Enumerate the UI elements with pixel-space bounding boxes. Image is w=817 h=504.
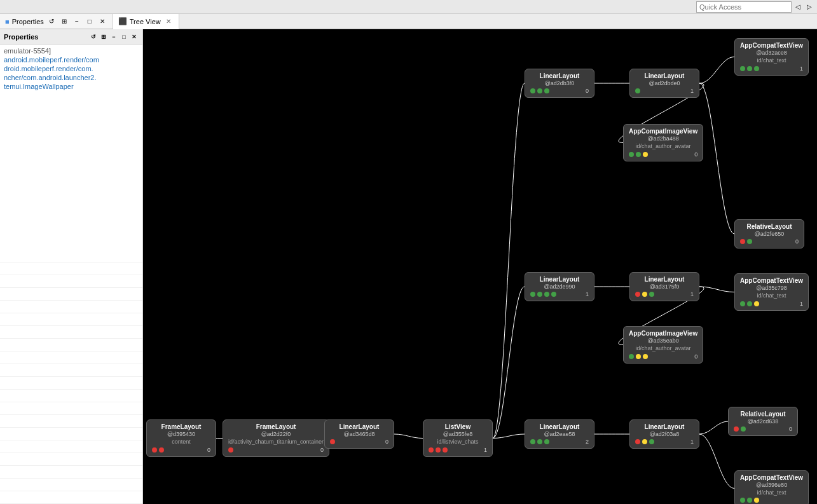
tab-treeview-close[interactable]: ✕ (163, 17, 174, 27)
tab-bar: ■ Properties ↺ ⊞ − □ ✕ ⬛ Tree View ✕ (0, 14, 817, 29)
node-count: 2 (586, 439, 589, 445)
node-dots (734, 426, 746, 432)
node-count: 0 (795, 238, 799, 245)
toolbar-icon-2[interactable]: ▷ (804, 2, 814, 12)
node-dots (740, 301, 759, 306)
node-footer (740, 498, 803, 503)
node-footer: 0 (629, 353, 697, 360)
node-count: 1 (690, 88, 694, 94)
node-addr: @ad3465d8 (330, 431, 388, 437)
node-dots (530, 292, 556, 297)
left-row-6 (0, 313, 142, 326)
left-row-4 (0, 288, 142, 301)
left-row-3 (0, 275, 142, 288)
node-title: AppCompatTextView (740, 277, 803, 284)
node-count: 0 (207, 447, 210, 453)
node-title: LinearLayout (635, 72, 694, 79)
node-count: 1 (690, 291, 694, 297)
node-title: LinearLayout (635, 423, 694, 430)
tab-properties-refresh[interactable]: ↺ (46, 17, 57, 27)
node-addr: @ad396e80 (740, 482, 803, 488)
node-count: 0 (694, 353, 697, 360)
node-addr: @ad3175f0 (635, 283, 694, 290)
node-card[interactable]: LinearLayout @ad2f03a8 1 (629, 419, 699, 449)
left-row-19 (0, 479, 142, 491)
node-addr: @ad2db3f0 (530, 80, 589, 86)
node-title: AppCompatTextView (740, 474, 803, 481)
node-title: FrameLayout (228, 423, 324, 430)
prop-icon-4[interactable]: □ (120, 32, 128, 41)
left-rows (0, 250, 142, 504)
node-card[interactable]: LinearLayout @ad3175f0 1 (629, 272, 699, 301)
node-footer: 0 (228, 447, 324, 453)
left-row-11 (0, 377, 142, 390)
node-footer: 0 (734, 426, 792, 432)
left-row-17 (0, 453, 142, 466)
toolbar-icon-1[interactable]: ◁ (793, 2, 803, 12)
node-title: LinearLayout (530, 423, 589, 430)
node-title: LinearLayout (635, 276, 694, 283)
node-title: AppCompatImageView (629, 128, 697, 135)
node-card[interactable]: AppCompatTextView @ad32ace8 id/chat_text… (734, 38, 809, 76)
node-card[interactable]: LinearLayout @ad2db3f0 0 (525, 69, 594, 98)
node-dots (530, 88, 549, 93)
node-count: 0 (694, 151, 697, 158)
quick-access-input[interactable] (696, 1, 792, 13)
path-item-3[interactable]: temui.ImageWallpaper (4, 83, 139, 90)
node-count: 0 (789, 426, 792, 432)
properties-icons: ↺ ⊞ − □ ✕ (89, 32, 139, 41)
node-title: LinearLayout (330, 423, 388, 430)
node-dots (635, 439, 654, 444)
node-addr: @ad2dbde0 (635, 80, 694, 86)
node-card[interactable]: LinearLayout @ad3465d8 0 (324, 419, 394, 449)
node-card[interactable]: ListView @ad355fe8 id/listview_chats 1 (423, 419, 493, 457)
node-footer: 1 (635, 291, 694, 297)
node-card[interactable]: LinearLayout @ad2de990 1 (525, 272, 594, 301)
path-item-1[interactable]: droid.mobileperf.render/com. (4, 65, 139, 72)
node-card[interactable]: RelativeLayout @ad2cd638 0 (728, 407, 798, 436)
tab-properties-close[interactable]: ✕ (97, 17, 107, 27)
node-card[interactable]: RelativeLayout @ad2fe650 0 (734, 219, 804, 249)
prop-icon-2[interactable]: ⊞ (99, 32, 108, 41)
tree-canvas[interactable]: FrameLayout @d395430 content 0 FrameLayo… (143, 29, 817, 504)
node-card[interactable]: FrameLayout @ad2d22f0 id/activity_chatum… (223, 419, 329, 457)
node-card[interactable]: LinearLayout @ad2dbde0 1 (629, 69, 699, 98)
node-count: 1 (690, 439, 694, 445)
path-item-2[interactable]: ncher/com.android.launcher2. (4, 74, 139, 81)
prop-icon-3[interactable]: − (109, 32, 118, 41)
node-card[interactable]: AppCompatImageView @ad2ba488 id/chat_aut… (623, 124, 703, 161)
tab-properties[interactable]: ■ Properties ↺ ⊞ − □ ✕ (0, 14, 113, 29)
node-dots (152, 447, 164, 453)
tab-properties-max[interactable]: □ (85, 17, 95, 27)
node-addr: @ad355fe8 (429, 431, 487, 437)
node-count: 1 (800, 65, 803, 72)
tab-properties-label: Properties (12, 18, 44, 25)
node-dots (740, 239, 752, 244)
node-card[interactable]: AppCompatTextView @ad396e80 id/chat_text (734, 470, 809, 504)
top-toolbar: ◁ ▷ (0, 0, 817, 14)
treeview-tab-icon: ⬛ (118, 17, 127, 25)
node-card[interactable]: FrameLayout @d395430 content 0 (146, 419, 216, 457)
path-item-0[interactable]: android.mobileperf.render/com (4, 56, 139, 64)
node-title: AppCompatImageView (629, 330, 697, 337)
node-card[interactable]: LinearLayout @ad2eae58 2 (525, 419, 594, 449)
node-id: id/chat_text (740, 292, 803, 299)
node-footer: 0 (152, 447, 210, 453)
node-card[interactable]: AppCompatTextView @ad35c798 id/chat_text… (734, 273, 809, 311)
node-addr: @ad2f03a8 (635, 431, 694, 437)
tab-properties-icon2[interactable]: ⊞ (59, 17, 69, 27)
node-dots (330, 439, 335, 444)
left-row-12 (0, 390, 142, 402)
node-dots (228, 447, 233, 453)
left-row-10 (0, 364, 142, 377)
left-row-5 (0, 301, 142, 313)
prop-icon-1[interactable]: ↺ (89, 32, 98, 41)
node-title: ListView (429, 423, 487, 430)
left-row-7 (0, 326, 142, 339)
node-card[interactable]: AppCompatImageView @ad35eab0 id/chat_aut… (623, 326, 703, 364)
tab-properties-min[interactable]: − (72, 17, 82, 27)
prop-icon-5[interactable]: ✕ (130, 32, 139, 41)
tab-treeview[interactable]: ⬛ Tree View ✕ (113, 14, 179, 29)
node-footer: 1 (740, 301, 803, 307)
left-content: emulator-5554] android.mobileperf.render… (0, 44, 142, 250)
